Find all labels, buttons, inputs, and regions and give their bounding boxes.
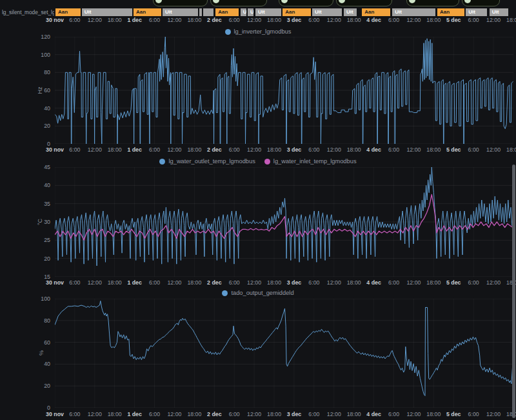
y-tick-label: 30 bbox=[30, 219, 50, 225]
header-pill-button[interactable] bbox=[210, 0, 267, 6]
time-tick-label: 30 nov bbox=[46, 279, 64, 286]
legend-item-tado_output_gemiddeld[interactable]: tado_output_gemiddeld bbox=[222, 289, 293, 297]
time-tick-label: 12:00 bbox=[88, 146, 102, 153]
time-tick-label: 12:00 bbox=[88, 17, 102, 23]
time-tick-label: 12:00 bbox=[486, 411, 501, 417]
time-tick-label: 18:00 bbox=[187, 146, 201, 153]
time-tick-label: 12:00 bbox=[88, 279, 102, 286]
time-tick-label: 2 dec bbox=[207, 411, 222, 417]
legend-series-label: lg_inverter_lgmodbus bbox=[234, 28, 292, 35]
time-tick-label: 6:00 bbox=[308, 17, 319, 23]
time-tick-label: 18:00 bbox=[426, 17, 441, 23]
time-tick-label: 6:00 bbox=[69, 279, 80, 286]
time-tick-label: 6:00 bbox=[468, 411, 479, 417]
y-axis-unit-percent: % bbox=[38, 350, 45, 355]
y-tick-label: 100 bbox=[30, 52, 50, 58]
timeline-segment-off: Uit bbox=[343, 8, 357, 16]
timeline-segment-off: Uit bbox=[255, 8, 281, 16]
y-tick-label: 35 bbox=[30, 201, 50, 207]
time-tick-label: 1 dec bbox=[127, 411, 142, 417]
tado-plot[interactable] bbox=[55, 299, 513, 408]
y-tick-label: 40 bbox=[30, 182, 50, 188]
time-tick-label: 18:00 bbox=[267, 411, 281, 417]
time-tick-label: 6:00 bbox=[149, 17, 160, 23]
timeline-segment-off: Uit bbox=[392, 8, 435, 16]
time-tick-label: 12:00 bbox=[167, 411, 181, 417]
inverter-plot[interactable] bbox=[55, 37, 513, 144]
time-tick-label: 18:00 bbox=[108, 17, 122, 23]
legend-water-temp: lg_water_outlet_temp_lgmodbuslg_water_in… bbox=[0, 157, 516, 165]
time-tick-label: 18:00 bbox=[347, 146, 361, 153]
time-tick-label: 5 dec bbox=[446, 146, 461, 153]
time-tick-label: 4 dec bbox=[366, 411, 381, 417]
time-tick-label: 6:00 bbox=[69, 17, 80, 23]
header-pill-button[interactable] bbox=[153, 0, 208, 6]
y-tick-label: 120 bbox=[30, 34, 50, 40]
y-tick-label: 60 bbox=[30, 339, 50, 346]
header-pill-button[interactable] bbox=[462, 0, 500, 6]
time-tick-label: 12:00 bbox=[406, 17, 421, 23]
time-tick-label: 2 dec bbox=[207, 146, 222, 153]
time-tick-label: 12:00 bbox=[247, 146, 261, 153]
y-tick-label: 60 bbox=[30, 87, 50, 94]
pill-status-icon bbox=[281, 0, 288, 3]
legend-inverter: lg_inverter_lgmodbus bbox=[0, 28, 516, 35]
time-tick-label: 12:00 bbox=[406, 146, 421, 153]
pill-status-icon bbox=[339, 0, 345, 3]
legend-series-icon bbox=[264, 159, 270, 165]
time-tick-label: 18:00 bbox=[267, 146, 281, 153]
time-tick-label: 2 dec bbox=[207, 17, 222, 23]
header-pill-button[interactable] bbox=[336, 0, 392, 6]
pill-status-icon bbox=[213, 0, 219, 3]
time-tick-label: 18:00 bbox=[108, 146, 122, 153]
legend-series-icon bbox=[225, 29, 231, 35]
water-temp-time-axis: 30 nov6:0012:0018:001 dec6:0012:0018:002… bbox=[0, 279, 516, 286]
y-tick-label: 100 bbox=[30, 295, 50, 302]
time-tick-label: 12:00 bbox=[327, 279, 341, 286]
time-tick-label: 5 dec bbox=[446, 411, 461, 417]
time-tick-label: 3 dec bbox=[287, 279, 302, 286]
time-tick-label: 12:00 bbox=[247, 17, 261, 23]
timeline-segment-off: Uit bbox=[81, 8, 132, 16]
time-tick-label: 12:00 bbox=[167, 279, 181, 286]
y-tick-label: 20 bbox=[30, 255, 50, 262]
water-temp-plot[interactable] bbox=[55, 167, 513, 277]
time-tick-label: 2 dec bbox=[207, 279, 222, 286]
header-pill-button[interactable] bbox=[279, 0, 333, 6]
time-tick-label: 6:00 bbox=[468, 146, 479, 153]
time-tick-label: 6:00 bbox=[229, 411, 240, 417]
time-tick-label: 1 dec bbox=[127, 146, 142, 153]
inverter-time-axis: 30 nov6:0012:0018:001 dec6:0012:0018:002… bbox=[0, 146, 516, 153]
header-pill-button[interactable] bbox=[406, 0, 459, 6]
time-tick-label: 18:00 bbox=[267, 17, 281, 23]
time-tick-label: 18:00 bbox=[426, 279, 441, 286]
y-tick-label: 80 bbox=[30, 69, 50, 75]
timeline-segment-off bbox=[199, 8, 203, 16]
time-tick-label: 18:00 bbox=[426, 146, 441, 153]
vertical-scrollbar-thumb[interactable] bbox=[512, 165, 515, 418]
time-tick-label: 5 dec bbox=[446, 17, 461, 23]
time-tick-label: 5 dec bbox=[446, 279, 461, 286]
time-tick-label: 12:00 bbox=[327, 411, 341, 417]
time-tick-label: 18:00 bbox=[506, 146, 516, 153]
time-tick-label: 3 dec bbox=[287, 146, 302, 153]
time-tick-label: 6:00 bbox=[229, 279, 240, 286]
time-tick-label: 18:00 bbox=[108, 411, 122, 417]
time-tick-label: 1 dec bbox=[127, 17, 142, 23]
time-tick-label: 12:00 bbox=[167, 17, 181, 23]
time-tick-label: 30 nov bbox=[46, 17, 64, 23]
timeline-segment-off bbox=[203, 8, 213, 16]
time-tick-label: 3 dec bbox=[287, 411, 302, 417]
timeline-segment-on: Aan bbox=[282, 8, 311, 16]
legend-item-lg_water_outlet_temp_lgmodbus[interactable]: lg_water_outlet_temp_lgmodbus bbox=[159, 157, 255, 165]
time-tick-label: 12:00 bbox=[88, 411, 102, 417]
tado-time-axis: 30 nov6:0012:0018:001 dec6:0012:0018:002… bbox=[0, 411, 516, 417]
time-tick-label: 18:00 bbox=[347, 411, 361, 417]
legend-item-lg_water_inlet_temp_lgmodbus[interactable]: lg_water_inlet_temp_lgmodbus bbox=[264, 157, 357, 165]
legend-item-lg_inverter_lgmodbus[interactable]: lg_inverter_lgmodbus bbox=[225, 28, 292, 35]
time-tick-label: 12:00 bbox=[247, 411, 261, 417]
time-tick-label: 4 dec bbox=[366, 17, 381, 23]
state-timeline-label: lg_silent_mode_set_lgmodbus bbox=[2, 9, 54, 16]
time-tick-label: 18:00 bbox=[267, 279, 281, 286]
grafana-dashboard: lg_silent_mode_set_lgmodbus AanUitAanUit… bbox=[0, 0, 516, 420]
